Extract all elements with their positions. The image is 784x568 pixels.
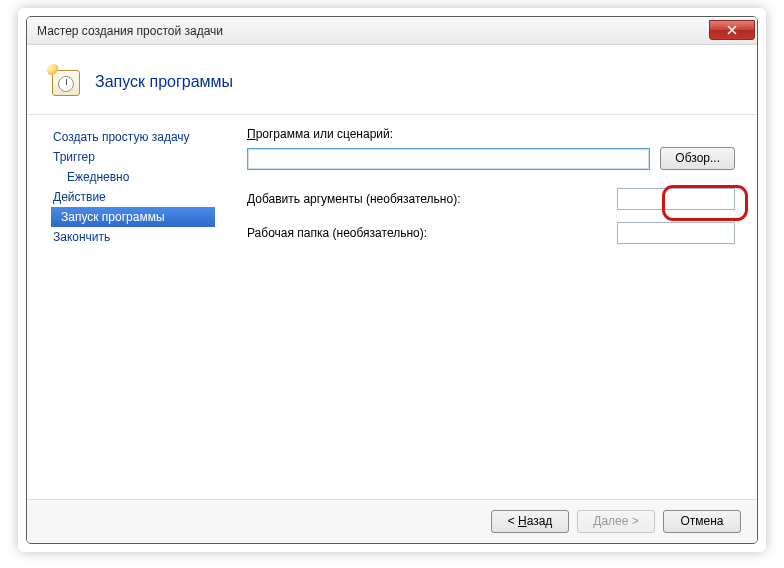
arguments-label: Добавить аргументы (необязательно): <box>247 192 617 206</box>
task-scheduler-icon <box>49 66 81 98</box>
wizard-steps-sidebar: Создать простую задачу Триггер Ежедневно… <box>27 127 219 499</box>
sidebar-item-finish[interactable]: Закончить <box>49 227 219 247</box>
program-script-label: Программа или сценарий: <box>247 127 735 141</box>
browse-button[interactable]: Обзор... <box>660 147 735 170</box>
cancel-button[interactable]: Отмена <box>663 510 741 533</box>
window-title: Мастер создания простой задачи <box>37 24 223 38</box>
page-title: Запуск программы <box>95 73 233 91</box>
sidebar-item-trigger[interactable]: Триггер <box>49 147 219 167</box>
arguments-input[interactable] <box>617 188 735 210</box>
wizard-window: Мастер создания простой задачи Запуск пр… <box>26 16 758 544</box>
program-script-input[interactable] <box>247 148 650 170</box>
body: Создать простую задачу Триггер Ежедневно… <box>27 115 757 499</box>
content-pane: Программа или сценарий: Обзор... Добавит… <box>219 127 757 499</box>
titlebar: Мастер создания простой задачи <box>27 17 757 45</box>
next-button[interactable]: Далее > <box>577 510 655 533</box>
workdir-input[interactable] <box>617 222 735 244</box>
sidebar-item-create-basic-task[interactable]: Создать простую задачу <box>49 127 219 147</box>
workdir-label: Рабочая папка (необязательно): <box>247 226 617 240</box>
footer: < Назад Далее > Отмена <box>27 499 757 543</box>
header: Запуск программы <box>27 45 757 115</box>
sidebar-item-daily[interactable]: Ежедневно <box>49 167 219 187</box>
sidebar-item-action[interactable]: Действие <box>49 187 219 207</box>
close-icon <box>727 25 737 35</box>
back-button[interactable]: < Назад <box>491 510 569 533</box>
close-button[interactable] <box>709 20 755 40</box>
sidebar-item-start-program[interactable]: Запуск программы <box>51 207 215 227</box>
